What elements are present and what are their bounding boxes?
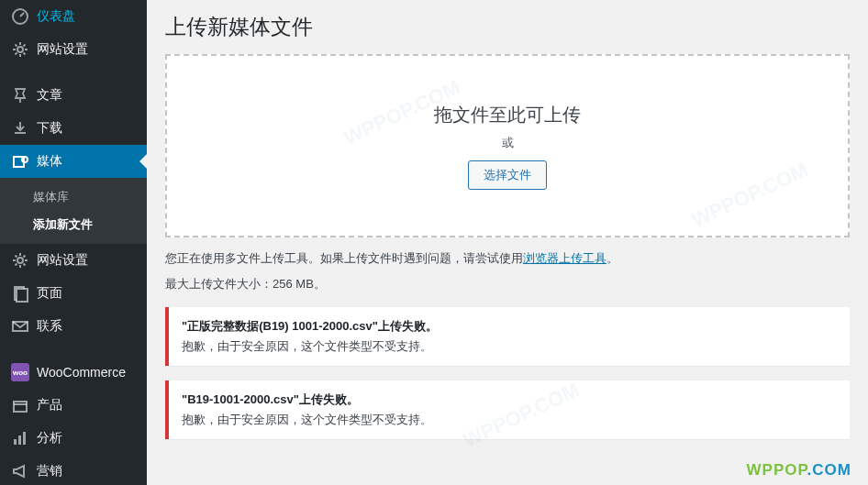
woo-icon: woo xyxy=(11,363,29,381)
sidebar-label: 联系 xyxy=(37,318,62,335)
upload-error: "B19-1001-2000.csv"上传失败。 抱歉，由于安全原因，这个文件类… xyxy=(165,380,850,439)
sidebar-item-posts[interactable]: 文章 xyxy=(0,79,147,112)
sidebar-item-products[interactable]: 产品 xyxy=(0,389,147,422)
media-submenu: 媒体库 添加新文件 xyxy=(0,178,147,244)
submenu-add-new[interactable]: 添加新文件 xyxy=(0,211,147,238)
svg-rect-9 xyxy=(14,402,27,412)
sidebar-label: 网站设置 xyxy=(37,252,88,269)
megaphone-icon xyxy=(11,462,29,480)
gear-icon xyxy=(11,40,29,59)
sidebar-item-analytics[interactable]: 分析 xyxy=(0,422,147,455)
pin-icon xyxy=(11,86,29,105)
sidebar-label: 文章 xyxy=(37,87,62,104)
svg-point-2 xyxy=(17,47,23,52)
info-prefix: 您正在使用多文件上传工具。如果上传文件时遇到问题，请尝试使用 xyxy=(165,251,523,265)
product-icon xyxy=(11,396,29,414)
sidebar-item-site-settings-2[interactable]: 网站设置 xyxy=(0,244,147,277)
page-title: 上传新媒体文件 xyxy=(165,13,850,41)
svg-rect-11 xyxy=(18,435,21,445)
upload-error: "正版完整数据(B19) 1001-2000.csv"上传失败。 抱歉，由于安全… xyxy=(165,307,850,366)
sidebar-item-media[interactable]: 媒体 xyxy=(0,145,147,178)
upload-info: 您正在使用多文件上传工具。如果上传文件时遇到问题，请尝试使用浏览器上传工具。 xyxy=(165,250,850,267)
sidebar-label: WooCommerce xyxy=(37,365,126,380)
svg-rect-12 xyxy=(23,432,26,445)
media-icon xyxy=(11,152,29,171)
svg-rect-10 xyxy=(14,439,17,445)
sidebar-item-contact[interactable]: 联系 xyxy=(0,310,147,343)
browser-uploader-link[interactable]: 浏览器上传工具 xyxy=(523,251,606,265)
analytics-icon xyxy=(11,429,29,447)
svg-line-1 xyxy=(20,13,24,17)
sidebar-item-dashboard[interactable]: 仪表盘 xyxy=(0,0,147,33)
sidebar-label: 产品 xyxy=(37,397,62,413)
sidebar-label: 下载 xyxy=(37,120,62,137)
sidebar-label: 网站设置 xyxy=(37,41,88,58)
admin-sidebar: 仪表盘 网站设置 文章 下载 媒体 媒体库 添加新文件 网站设置 页面 联系 w… xyxy=(0,0,147,485)
sidebar-label: 仪表盘 xyxy=(37,8,75,25)
dropzone-or: 或 xyxy=(502,135,514,151)
download-icon xyxy=(11,119,29,138)
page-icon xyxy=(11,284,29,303)
error-title: "B19-1001-2000.csv"上传失败。 xyxy=(182,391,837,408)
error-title: "正版完整数据(B19) 1001-2000.csv"上传失败。 xyxy=(182,318,837,335)
sidebar-item-downloads[interactable]: 下载 xyxy=(0,112,147,145)
gear-icon xyxy=(11,251,29,270)
error-message: 抱歉，由于安全原因，这个文件类型不受支持。 xyxy=(182,412,837,428)
svg-point-5 xyxy=(17,258,23,263)
sidebar-item-marketing[interactable]: 营销 xyxy=(0,455,147,485)
max-upload-size: 最大上传文件大小：256 MB。 xyxy=(165,276,850,292)
sidebar-item-site-settings[interactable]: 网站设置 xyxy=(0,33,147,66)
submenu-media-library[interactable]: 媒体库 xyxy=(0,183,147,211)
svg-rect-7 xyxy=(17,289,28,302)
select-files-button[interactable]: 选择文件 xyxy=(468,160,547,190)
sidebar-label: 媒体 xyxy=(37,153,62,170)
sidebar-label: 营销 xyxy=(37,463,62,479)
main-content: 上传新媒体文件 拖文件至此可上传 或 选择文件 您正在使用多文件上传工具。如果上… xyxy=(147,0,868,485)
info-suffix: 。 xyxy=(606,251,618,265)
error-message: 抱歉，由于安全原因，这个文件类型不受支持。 xyxy=(182,338,837,355)
sidebar-item-pages[interactable]: 页面 xyxy=(0,277,147,310)
sidebar-item-woocommerce[interactable]: woo WooCommerce xyxy=(0,356,147,389)
mail-icon xyxy=(11,317,29,336)
sidebar-label: 页面 xyxy=(37,285,62,302)
dashboard-icon xyxy=(11,7,29,26)
watermark-logo: WPPOP.COM xyxy=(747,461,851,479)
dropzone-text: 拖文件至此可上传 xyxy=(434,103,581,127)
upload-dropzone[interactable]: 拖文件至此可上传 或 选择文件 xyxy=(165,54,850,237)
sidebar-label: 分析 xyxy=(37,430,62,446)
